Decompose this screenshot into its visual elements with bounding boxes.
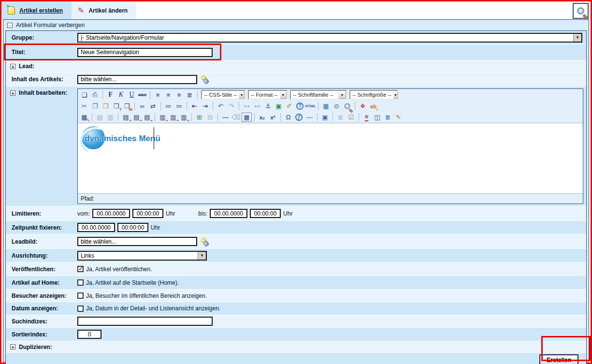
redo-icon[interactable]: ↷ [226,102,236,111]
search-button[interactable] [573,3,589,19]
row-insert-after-icon[interactable]: ▤+ [131,113,142,122]
new-document-icon[interactable]: ❏ [79,90,89,100]
print-icon[interactable]: ⎙ [90,90,100,100]
row-insert-before-icon[interactable]: ▤+ [121,113,131,122]
ausrichtung-select[interactable]: Links ▼ [77,251,207,261]
leadbild-input[interactable] [77,237,197,246]
chevron-down-icon[interactable]: ▼ [573,34,581,42]
table-row-properties-icon[interactable]: ▤ [95,113,105,122]
subscript-icon[interactable]: x₂ [257,113,267,122]
insert-link-icon[interactable]: ⊶ [242,102,252,111]
chevron-down-icon[interactable]: ▼ [198,252,206,260]
table-cell-properties-icon[interactable]: ▥ [105,113,116,122]
insert-template-icon[interactable]: ☑ [346,113,356,122]
font-size-select[interactable]: -- Schriftgröße --▼ [349,90,398,100]
suchindizes-input[interactable] [77,317,213,326]
editor-content-area[interactable]: dynamisches Menü [78,123,583,194]
insert-media-icon[interactable]: ƒ [294,113,304,122]
chevron-down-icon[interactable]: ▼ [338,91,346,99]
gruppe-select[interactable]: |- Startseite/Navigation/Formular ▼ [77,33,582,43]
advanced-hr-icon[interactable]: — [304,113,315,122]
titel-input[interactable] [77,48,213,57]
table-insert-icon[interactable]: ▦✎ [79,113,89,122]
font-family-select[interactable]: -- Schriftfamilie --▼ [290,90,347,100]
inhalt-des-artikels-input[interactable] [77,75,197,84]
col-delete-icon[interactable]: ▥× [179,113,189,122]
expand-toggle-icon[interactable]: + [10,90,15,96]
cleanup-icon[interactable]: ✐ [284,102,294,111]
chevron-down-icon[interactable]: ▼ [239,91,245,99]
paste-icon[interactable]: ❒ [101,102,111,111]
spellcheck-icon[interactable]: ab✓ [368,102,378,111]
fix-date-input[interactable] [77,223,115,232]
bold-icon[interactable]: F [105,90,116,100]
italic-icon[interactable]: K [116,90,126,100]
citation-icon[interactable]: ◫ [372,113,382,122]
col-insert-before-icon[interactable]: ▥+ [158,113,168,122]
preview-icon[interactable] [342,102,352,111]
merge-cells-icon[interactable]: ⊟ [205,113,215,122]
indent-icon[interactable]: ⇥ [200,102,210,111]
tab-artikel-aendern[interactable]: ✎ Artikel ändern [72,1,136,19]
expand-toggle-icon[interactable]: + [10,64,15,69]
style-properties-icon[interactable]: ≣ [335,113,346,122]
paste-as-text-icon[interactable]: ❒T [111,102,121,111]
numbered-list-icon[interactable]: ≕ [174,102,184,111]
tab-artikel-erstellen[interactable]: Artikel erstellen [1,1,72,19]
fix-time-input[interactable] [117,223,148,232]
html-source-icon[interactable]: HTML [305,102,316,111]
superscript-icon[interactable]: x² [268,113,278,122]
flashlight-picker-icon[interactable] [201,238,208,246]
format-select[interactable]: -- Format --▼ [248,90,288,100]
sortierindex-input[interactable] [77,330,101,339]
limit-to-date-input[interactable] [210,209,247,218]
copy-icon[interactable]: ❐ [90,102,100,111]
find-icon[interactable]: ∞ [137,102,147,111]
insert-time-icon[interactable]: ⊙ [332,102,342,111]
strikethrough-icon[interactable]: ABC [137,90,147,100]
remove-format-icon[interactable]: ⌫ [231,113,241,122]
flashlight-picker-icon[interactable] [201,75,208,83]
row-delete-icon[interactable]: ▤× [142,113,152,122]
paste-from-word-icon[interactable]: ❒W [122,102,132,111]
row-inhalt-bearbeiten: + Inhalt bearbeiten: ❏⎙FKUABC≡≡≡≣-- CSS-… [6,87,586,206]
collapse-toggle-icon[interactable]: - [7,23,13,28]
cut-icon[interactable]: ✂ [79,102,89,111]
css-styles-select[interactable]: -- CSS-Stile --▼ [201,90,245,100]
unlink-icon[interactable]: ⊷ [252,102,262,111]
insert-image-icon[interactable]: ▣ [274,102,284,111]
align-left-icon[interactable]: ≡ [153,90,163,100]
visual-grid-icon[interactable]: ▦ [242,113,252,122]
expand-toggle-icon[interactable]: + [10,344,15,349]
align-justify-icon[interactable]: ≣ [185,90,195,100]
chevron-down-icon[interactable]: ▼ [393,91,398,99]
blockquote-icon[interactable]: ≣ [383,113,393,122]
artikel-auf-home-checkbox[interactable] [77,279,84,286]
help-icon[interactable]: ? [295,102,305,111]
anchor-icon[interactable]: ⚓ [263,102,273,111]
align-center-icon[interactable]: ≡ [163,90,173,100]
underline-icon[interactable]: U [127,90,137,100]
special-char-icon[interactable]: Ω [283,113,293,122]
veroeffentlichen-checkbox[interactable] [77,266,84,272]
limit-to-time-input[interactable] [250,209,281,218]
text-color-icon[interactable]: ❖ [358,102,368,111]
horizontal-rule-icon[interactable]: — [220,113,231,122]
align-right-icon[interactable]: ≡ [174,90,184,100]
limit-from-date-input[interactable] [92,209,130,218]
find-replace-icon[interactable]: ⇄ [148,102,158,111]
erstellen-button[interactable]: Erstellen [539,354,578,364]
split-cells-icon[interactable]: ⊞ [194,113,204,122]
outdent-icon[interactable]: ⇤ [189,102,200,111]
chevron-down-icon[interactable]: ▼ [280,91,287,99]
col-insert-after-icon[interactable]: ▥+ [168,113,178,122]
undo-icon[interactable]: ↶ [216,102,226,111]
insert-iframe-icon[interactable]: ▣ [320,113,330,122]
bullet-list-icon[interactable]: ≔ [163,102,173,111]
edit-attributes-icon[interactable]: ✎ [393,113,404,122]
limit-from-time-input[interactable] [132,209,163,218]
datum-anzeigen-checkbox[interactable] [77,306,84,312]
insert-date-icon[interactable]: ▦ [321,102,331,111]
visual-chars-icon[interactable]: ≡ [361,113,372,122]
besucher-anzeigen-checkbox[interactable] [77,292,84,299]
